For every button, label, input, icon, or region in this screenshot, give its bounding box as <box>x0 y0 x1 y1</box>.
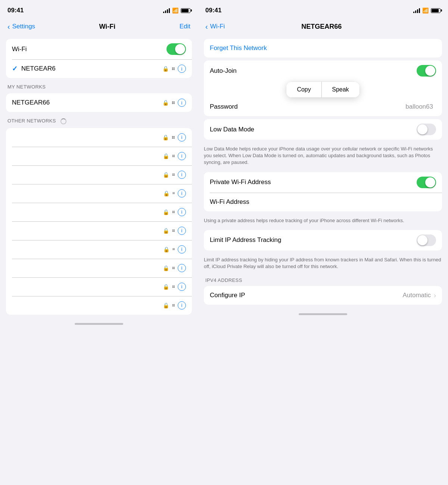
wifi-icon-other-3: ⌗ <box>172 172 175 178</box>
copy-menu-item[interactable]: Copy <box>286 82 321 97</box>
my-network-icons: 🔒 ⌗ i <box>162 99 186 107</box>
wifi-address-description: Using a private address helps reduce tra… <box>198 214 448 228</box>
wifi-back-button[interactable]: ‹ Wi-Fi <box>205 23 225 30</box>
lock-icon-other-6: 🔒 <box>163 228 169 234</box>
my-networks-card: NETGEAR66 🔒 ⌗ i <box>6 93 192 112</box>
configure-ip-label: Configure IP <box>210 292 402 299</box>
connected-network-icons: 🔒 ⌗ i <box>162 65 186 73</box>
other-network-row-1[interactable]: 🔒 ⌗ i <box>6 128 192 147</box>
my-network-name: NETGEAR66 <box>12 99 162 106</box>
wifi-strength-icon: ⌗ <box>172 65 175 72</box>
left-home-indicator <box>0 318 198 330</box>
right-battery-icon <box>431 8 441 13</box>
wifi-icon-other-4: ⌗ <box>172 191 175 196</box>
other-network-row-5[interactable]: 🔒 ⌗ i <box>6 203 192 221</box>
wifi-address-row[interactable]: Wi-Fi Address <box>204 193 442 211</box>
wifi-icon-other-2: ⌗ <box>172 153 175 159</box>
other-network-row-10[interactable]: 🔒 ⌗ i <box>6 296 192 315</box>
left-home-bar <box>75 323 123 325</box>
other-network-row-7[interactable]: 🔒 ⌗ i <box>6 240 192 259</box>
left-panel: 09:41 📶 ‹ Settings Wi-Fi Edit Wi-Fi ✓ <box>0 0 198 485</box>
lock-icon-other-4: 🔒 <box>163 190 169 196</box>
auto-join-card: Auto-Join Copy Speak Password balloon63 <box>204 60 442 116</box>
ipv4-header: IPV4 ADDRESS <box>198 274 448 285</box>
lock-icon-my: 🔒 <box>162 100 169 106</box>
wifi-icon-other-7: ⌗ <box>172 247 175 252</box>
other-network-info-9[interactable]: i <box>178 283 186 291</box>
limit-ip-toggle[interactable] <box>417 234 436 246</box>
my-networks-header: MY NETWORKS <box>0 81 198 92</box>
other-network-info-4[interactable]: i <box>178 189 186 198</box>
right-home-bar <box>299 313 347 315</box>
network-detail-title: NETGEAR66 <box>301 23 342 31</box>
private-wifi-label: Private Wi-Fi Address <box>210 178 417 186</box>
lock-icon-other-9: 🔒 <box>163 284 169 290</box>
right-time: 09:41 <box>205 7 221 14</box>
network-info-button[interactable]: i <box>178 65 186 73</box>
wifi-toggle[interactable] <box>167 43 186 55</box>
password-label: Password <box>210 103 405 111</box>
limit-ip-description: Limit IP address tracking by hiding your… <box>198 254 448 274</box>
lock-icon-other-7: 🔒 <box>163 246 169 252</box>
speak-menu-item[interactable]: Speak <box>321 82 359 97</box>
left-status-bar: 09:41 📶 <box>0 0 198 19</box>
context-menu: Copy Speak <box>286 82 359 97</box>
right-wifi-status-icon: 📶 <box>422 7 429 13</box>
connected-network-row[interactable]: ✓ NETGEAR6 🔒 ⌗ i <box>6 59 192 78</box>
context-menu-container: Copy Speak <box>204 82 442 97</box>
other-network-info-8[interactable]: i <box>178 264 186 272</box>
edit-button[interactable]: Edit <box>180 23 190 30</box>
other-networks-header: OTHER NETWORKS <box>0 115 198 127</box>
wifi-icon-my: ⌗ <box>172 99 175 106</box>
other-network-row-2[interactable]: 🔒 ⌗ i <box>6 147 192 165</box>
settings-back-button[interactable]: ‹ Settings <box>7 23 35 30</box>
limit-ip-label: Limit IP Address Tracking <box>210 236 417 244</box>
low-data-mode-label: Low Data Mode <box>210 126 417 133</box>
right-signal-icon <box>413 8 420 13</box>
other-network-info-6[interactable]: i <box>178 227 186 235</box>
forget-network-label: Forget This Network <box>210 44 436 52</box>
right-status-bar: 09:41 📶 <box>198 0 448 19</box>
wifi-icon-other-1: ⌗ <box>172 134 175 141</box>
right-back-chevron-icon: ‹ <box>205 23 208 30</box>
wifi-toggle-row: Wi-Fi <box>6 39 192 59</box>
private-wifi-card: Private Wi-Fi Address Wi-Fi Address <box>204 172 442 211</box>
lock-icon-other-10: 🔒 <box>163 302 169 308</box>
configure-ip-row[interactable]: Configure IP Automatic › <box>204 286 442 305</box>
auto-join-toggle[interactable] <box>417 65 436 77</box>
lock-icon-other-3: 🔒 <box>163 172 169 178</box>
other-network-row-4[interactable]: 🔒 ⌗ i <box>6 184 192 203</box>
auto-join-row: Auto-Join <box>204 60 442 81</box>
my-network-row[interactable]: NETGEAR66 🔒 ⌗ i <box>6 93 192 112</box>
other-network-info-10[interactable]: i <box>178 301 186 310</box>
limit-ip-card: Limit IP Address Tracking <box>204 230 442 251</box>
other-network-row-6[interactable]: 🔒 ⌗ i <box>6 221 192 240</box>
checkmark-icon: ✓ <box>12 65 18 73</box>
wifi-icon-other-6: ⌗ <box>172 228 175 234</box>
other-network-info-3[interactable]: i <box>178 171 186 179</box>
my-network-info-button[interactable]: i <box>178 99 186 107</box>
other-network-row-3[interactable]: 🔒 ⌗ i <box>6 165 192 184</box>
other-network-info-5[interactable]: i <box>178 208 186 216</box>
lock-icon-other-8: 🔒 <box>163 265 169 271</box>
lock-icon-other-5: 🔒 <box>163 209 169 215</box>
forget-network-row[interactable]: Forget This Network <box>204 39 442 57</box>
other-networks-card: 🔒 ⌗ i 🔒 ⌗ i 🔒 ⌗ i 🔒 ⌗ <box>6 128 192 315</box>
left-time: 09:41 <box>7 7 24 14</box>
battery-icon <box>181 8 190 13</box>
private-wifi-toggle[interactable] <box>417 177 436 188</box>
low-data-mode-card: Low Data Mode <box>204 119 442 140</box>
wifi-toggle-card: Wi-Fi ✓ NETGEAR6 🔒 ⌗ i <box>6 39 192 78</box>
forget-network-card: Forget This Network <box>204 39 442 57</box>
configure-ip-card: Configure IP Automatic › <box>204 286 442 305</box>
low-data-mode-toggle[interactable] <box>417 124 436 135</box>
other-network-row-9[interactable]: 🔒 ⌗ i <box>6 277 192 296</box>
other-network-row-8[interactable]: 🔒 ⌗ i <box>6 259 192 277</box>
other-network-info-1[interactable]: i <box>178 133 186 142</box>
lock-icon-other-2: 🔒 <box>163 153 169 159</box>
other-network-info-2[interactable]: i <box>178 152 186 160</box>
other-network-info-7[interactable]: i <box>178 245 186 254</box>
password-row[interactable]: Password balloon63 <box>204 97 442 116</box>
low-data-mode-description: Low Data Mode helps reduce your iPhone d… <box>198 143 448 171</box>
right-home-indicator <box>198 308 448 320</box>
